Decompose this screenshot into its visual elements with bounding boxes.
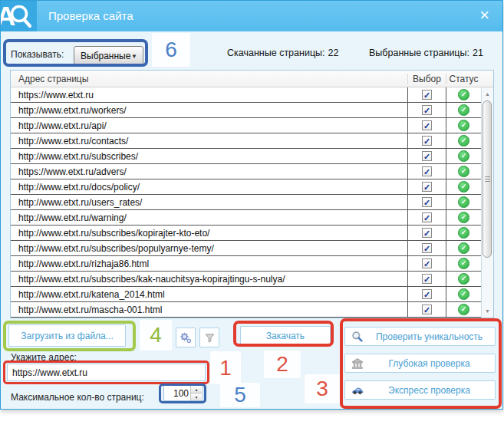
row-select-cell: ✓ <box>407 179 446 194</box>
annotation-number-5: 5 <box>220 383 260 407</box>
row-select-cell: ✓ <box>407 118 446 133</box>
settings-button[interactable] <box>176 328 196 347</box>
table-row[interactable]: https://www.etxt.ru ✓ ✓ <box>11 87 481 103</box>
row-url: http://www.etxt.ru/workers/ <box>11 105 407 116</box>
row-status-cell: ✓ <box>446 118 481 133</box>
spinner-down-icon[interactable]: ▼ <box>191 393 202 400</box>
row-checkbox[interactable]: ✓ <box>422 197 432 207</box>
pages-table: Адрес страницы Выбор Статус https://www.… <box>10 70 494 318</box>
row-select-cell: ✓ <box>407 287 446 301</box>
status-ok-icon: ✓ <box>458 227 469 239</box>
express-check-button[interactable]: Экспресс проверка <box>344 380 496 400</box>
upload-button[interactable]: Закачать <box>240 326 331 345</box>
max-pages-input[interactable] <box>164 386 190 400</box>
scrollbar-grip <box>485 176 490 177</box>
status-ok-icon: ✓ <box>458 181 469 193</box>
deep-check-button[interactable]: Глубокая проверка <box>344 354 496 373</box>
table-row[interactable]: http://www.etxt.ru/rizhaja86.html ✓ ✓ <box>11 256 481 272</box>
table-row[interactable]: http://www.etxt.ru/subscribes/kopirajter… <box>11 226 481 241</box>
row-checkbox[interactable]: ✓ <box>422 182 432 192</box>
row-url: http://www.etxt.ru/katena_2014.html <box>11 289 407 300</box>
table-row[interactable]: http://www.etxt.ru/subscribes/populyarny… <box>11 241 481 256</box>
row-checkbox[interactable]: ✓ <box>422 258 432 268</box>
checkbox-check-icon: ✓ <box>423 229 430 237</box>
row-url: http://www.etxt.ru/warning/ <box>11 212 407 223</box>
table-body: https://www.etxt.ru ✓ ✓ http://www.etxt.… <box>11 87 493 318</box>
row-select-cell: ✓ <box>407 272 446 286</box>
row-url: http://www.etxt.ru/docs/policy/ <box>11 182 407 193</box>
filter-button[interactable] <box>199 328 219 347</box>
row-url: http://www.etxt.ru/rizhaja86.html <box>11 258 407 269</box>
checkbox-check-icon: ✓ <box>423 199 430 206</box>
column-header-status[interactable]: Статус <box>446 74 481 84</box>
table-row[interactable]: http://www.etxt.ru/subscribes/kak-nauchi… <box>11 272 481 287</box>
table-row[interactable]: http://www.etxt.ru/katena_2014.html ✓ ✓ <box>11 287 481 302</box>
row-select-cell: ✓ <box>407 241 446 255</box>
chevron-down-icon: ▼ <box>131 53 137 60</box>
table-row[interactable]: http://www.etxt.ru/contacts/ ✓ ✓ <box>11 133 481 149</box>
row-url: http://www.etxt.ru/subscribes/kopirajter… <box>11 228 407 239</box>
row-select-cell: ✓ <box>407 87 446 102</box>
table-row[interactable]: http://www.etxt.ru/subscribes/ ✓ ✓ <box>11 149 481 164</box>
table-row[interactable]: http://www.etxt.ru/api/ ✓ ✓ <box>11 118 481 133</box>
table-row[interactable]: http://www.etxt.ru/workers/ ✓ ✓ <box>11 103 481 118</box>
show-dropdown-value: Выбранные <box>81 51 130 61</box>
load-from-file-button[interactable]: Загрузить из файла... <box>8 324 126 347</box>
checkbox-check-icon: ✓ <box>423 291 430 298</box>
table-row[interactable]: http://www.etxt.ru/docs/policy/ ✓ ✓ <box>11 179 481 195</box>
row-status-cell: ✓ <box>446 195 481 209</box>
scrollbar-up-icon[interactable]: ▲ <box>482 88 493 100</box>
row-url: http://www.etxt.ru/contacts/ <box>11 136 407 147</box>
column-header-select[interactable]: Выбор <box>407 74 446 84</box>
row-status-cell: ✓ <box>446 226 481 240</box>
row-checkbox[interactable]: ✓ <box>422 212 432 222</box>
table-row[interactable]: https://www.etxt.ru/advers/ ✓ ✓ <box>11 164 481 179</box>
close-icon[interactable]: × <box>479 5 489 25</box>
status-ok-icon: ✓ <box>458 258 469 269</box>
row-checkbox[interactable]: ✓ <box>422 228 432 238</box>
gear-icon <box>180 331 193 344</box>
row-status-cell: ✓ <box>446 210 481 225</box>
row-checkbox[interactable]: ✓ <box>422 120 432 130</box>
status-ok-icon: ✓ <box>458 212 469 223</box>
row-checkbox[interactable]: ✓ <box>422 305 432 314</box>
spinner-up-icon[interactable]: ▲ <box>191 386 202 393</box>
table-row[interactable]: http://www.etxt.ru/mascha-001.html ✓ ✓ <box>11 302 481 318</box>
checkbox-check-icon: ✓ <box>423 153 430 160</box>
car-icon <box>351 384 364 397</box>
scrollbar-down-icon[interactable]: ▼ <box>482 305 493 317</box>
status-ok-icon: ✓ <box>458 242 469 254</box>
column-header-address[interactable]: Адрес страницы <box>11 74 407 84</box>
scrollbar-thumb[interactable] <box>483 100 492 258</box>
checkbox-check-icon: ✓ <box>423 168 430 176</box>
spinner-buttons: ▲ ▼ <box>190 386 202 400</box>
max-pages-label: Максимальное кол-во страниц: <box>11 392 144 403</box>
table-row[interactable]: http://www.etxt.ru/users_rates/ ✓ ✓ <box>11 195 481 210</box>
row-checkbox[interactable]: ✓ <box>422 90 432 100</box>
status-ok-icon: ✓ <box>458 196 469 208</box>
check-uniqueness-button[interactable]: Проверить уникальность <box>344 327 496 346</box>
row-checkbox[interactable]: ✓ <box>422 289 432 299</box>
row-select-cell: ✓ <box>407 103 446 117</box>
checkbox-check-icon: ✓ <box>423 306 430 314</box>
titlebar: A Проверка сайта × <box>1 1 502 31</box>
row-checkbox[interactable]: ✓ <box>422 105 432 115</box>
row-checkbox[interactable]: ✓ <box>422 136 432 146</box>
status-ok-icon: ✓ <box>458 304 469 315</box>
address-input[interactable] <box>7 364 206 381</box>
table-row[interactable]: http://www.etxt.ru/warning/ ✓ ✓ <box>11 210 481 226</box>
search-icon <box>351 331 364 343</box>
checkbox-check-icon: ✓ <box>423 137 430 145</box>
annotation-number-4: 4 <box>140 320 172 351</box>
row-checkbox[interactable]: ✓ <box>422 274 432 284</box>
vertical-scrollbar[interactable]: ▲ ▼ <box>481 87 493 318</box>
checkbox-check-icon: ✓ <box>423 275 430 283</box>
row-status-cell: ✓ <box>446 133 481 148</box>
row-checkbox[interactable]: ✓ <box>422 166 432 176</box>
show-dropdown[interactable]: Выбранные ▼ <box>74 46 143 65</box>
row-checkbox[interactable]: ✓ <box>422 243 432 253</box>
table-header: Адрес страницы Выбор Статус <box>11 71 493 87</box>
address-label: Укажите адрес: <box>11 352 77 363</box>
row-checkbox[interactable]: ✓ <box>422 151 432 161</box>
annotation-number-2: 2 <box>264 351 301 378</box>
